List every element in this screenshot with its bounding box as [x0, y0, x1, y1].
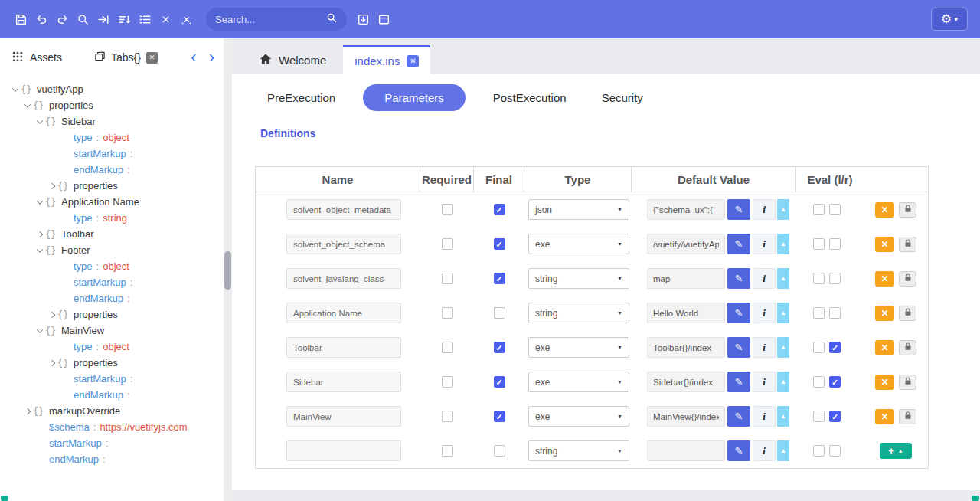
collapse-button[interactable]: ▲: [777, 406, 789, 427]
tree-row[interactable]: endMarkup :: [0, 162, 224, 178]
param-name-input[interactable]: [286, 234, 401, 254]
final-checkbox[interactable]: [494, 411, 505, 422]
tab-parameters[interactable]: Parameters: [363, 84, 466, 111]
tree-row[interactable]: endMarkup :: [0, 387, 224, 403]
edit-button[interactable]: ✎: [727, 303, 750, 323]
chevron-left-icon[interactable]: ‹: [191, 49, 196, 66]
tree-caret-icon[interactable]: [21, 103, 33, 108]
param-name-input[interactable]: [286, 372, 401, 392]
scrollbar-corner-right[interactable]: [972, 496, 979, 501]
tree-caret-icon[interactable]: [46, 313, 57, 317]
param-name-input[interactable]: [286, 268, 401, 289]
delete-button[interactable]: ✕: [875, 375, 894, 390]
default-value-input[interactable]: [647, 440, 725, 461]
lock-button[interactable]: [899, 271, 916, 287]
tree-row[interactable]: {} Application Name: [0, 194, 224, 210]
eval-left-checkbox[interactable]: [813, 411, 825, 422]
eval-left-checkbox[interactable]: [813, 445, 825, 457]
final-checkbox[interactable]: [494, 273, 505, 284]
add-row-button[interactable]: + ▲: [880, 443, 912, 459]
eval-left-checkbox[interactable]: [813, 238, 825, 250]
type-select[interactable]: exe ▼: [528, 406, 629, 427]
eval-right-checkbox[interactable]: [829, 376, 841, 388]
tree-row[interactable]: {} vuetifyApp: [0, 81, 224, 97]
search-bar[interactable]: [206, 8, 347, 31]
scrollbar-corner-left[interactable]: [1, 496, 8, 501]
tree-row[interactable]: endMarkup :: [0, 451, 224, 467]
sidebar-item-assets[interactable]: Assets: [12, 51, 62, 64]
tree-row[interactable]: {} Sidebar: [0, 113, 224, 129]
info-button[interactable]: i: [753, 372, 776, 392]
tree-row[interactable]: $schema : https://vuetifyjs.com: [0, 419, 224, 435]
lock-button[interactable]: [899, 409, 916, 424]
eval-right-checkbox[interactable]: [829, 204, 841, 215]
tree-caret-icon[interactable]: [46, 184, 57, 188]
final-checkbox[interactable]: [494, 307, 505, 319]
sidebar-scrollbar[interactable]: [224, 38, 232, 501]
tree-caret-icon[interactable]: [34, 329, 45, 333]
default-value-input[interactable]: [647, 406, 725, 427]
lock-button[interactable]: [899, 306, 916, 321]
tree-row[interactable]: type : object: [0, 129, 224, 146]
collapse-button[interactable]: ▲: [777, 303, 789, 323]
required-checkbox[interactable]: [442, 273, 453, 284]
lock-button[interactable]: [899, 202, 916, 218]
required-checkbox[interactable]: [442, 204, 453, 215]
tree-caret-icon[interactable]: [34, 200, 45, 205]
param-name-input[interactable]: [286, 199, 401, 220]
param-name-input[interactable]: [286, 440, 401, 461]
type-select[interactable]: exe ▼: [528, 372, 629, 392]
tree-row[interactable]: {} properties: [0, 178, 224, 194]
tree-row[interactable]: {} properties: [0, 355, 224, 371]
eval-left-checkbox[interactable]: [813, 273, 825, 284]
tree-caret-icon[interactable]: [34, 120, 45, 124]
delete-button[interactable]: ✕: [875, 237, 894, 252]
tree-row[interactable]: {} properties: [0, 306, 224, 323]
tree-caret-icon[interactable]: [9, 87, 21, 92]
edit-button[interactable]: ✎: [727, 199, 750, 220]
required-checkbox[interactable]: [442, 307, 453, 319]
tree-row[interactable]: type : object: [0, 258, 224, 274]
param-name-input[interactable]: [286, 303, 401, 323]
info-button[interactable]: i: [753, 337, 776, 358]
tree-row[interactable]: endMarkup :: [0, 290, 224, 306]
tree-row[interactable]: {} properties: [0, 97, 224, 113]
settings-menu-button[interactable]: ⚙ ▾: [931, 8, 968, 31]
panel-icon[interactable]: [374, 9, 394, 30]
edit-button[interactable]: ✎: [727, 234, 750, 254]
chevron-right-icon[interactable]: ›: [209, 49, 214, 66]
zoom-icon[interactable]: [73, 9, 93, 30]
info-button[interactable]: i: [753, 234, 776, 254]
type-select[interactable]: string ▼: [528, 440, 629, 461]
edit-button[interactable]: ✎: [727, 372, 750, 392]
default-value-input[interactable]: [647, 337, 725, 358]
close-other-icon[interactable]: [176, 9, 197, 30]
tree-row[interactable]: startMarkup :: [0, 435, 224, 451]
param-name-input[interactable]: [286, 337, 401, 358]
edit-button[interactable]: ✎: [727, 440, 750, 461]
tree-row[interactable]: startMarkup :: [0, 371, 224, 387]
tree-caret-icon[interactable]: [46, 361, 57, 365]
type-select[interactable]: json ▼: [528, 199, 629, 220]
redo-icon[interactable]: [52, 9, 73, 30]
undo-icon[interactable]: [31, 9, 52, 30]
final-checkbox[interactable]: [494, 342, 505, 353]
eval-right-checkbox[interactable]: [829, 273, 841, 284]
scrollbar-thumb[interactable]: [224, 251, 231, 290]
eval-right-checkbox[interactable]: [829, 445, 841, 457]
type-select[interactable]: exe ▼: [528, 234, 629, 254]
tree-caret-icon[interactable]: [34, 248, 45, 253]
collapse-button[interactable]: ▲: [777, 372, 789, 392]
sidebar-item-tabs[interactable]: Tabs{} ✕: [94, 51, 158, 64]
tree-row[interactable]: {} Toolbar: [0, 226, 224, 242]
default-value-input[interactable]: [647, 268, 725, 289]
final-checkbox[interactable]: [494, 238, 505, 250]
eval-left-checkbox[interactable]: [813, 307, 825, 319]
tab-welcome[interactable]: Welcome: [243, 45, 343, 74]
info-button[interactable]: i: [753, 199, 776, 220]
default-value-input[interactable]: [647, 199, 725, 220]
collapse-button[interactable]: ▲: [777, 268, 789, 289]
default-value-input[interactable]: [647, 303, 725, 323]
tree-caret-icon[interactable]: [21, 409, 33, 414]
import-icon[interactable]: [353, 9, 374, 30]
